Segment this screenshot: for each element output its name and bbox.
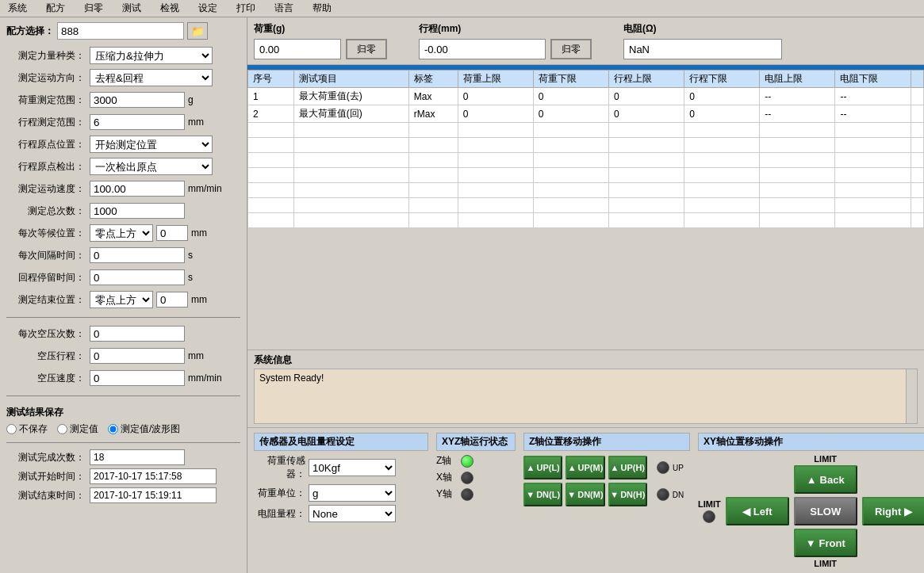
limit-left-container: LIMIT	[698, 499, 721, 523]
empty-press-row: 每次空压次数：	[6, 324, 240, 343]
end-pos-select[interactable]: 零点上方	[90, 291, 153, 308]
right-btn-label: Right	[875, 506, 901, 518]
stroke-metric: 行程(mm) -0.00 归零	[419, 22, 592, 59]
left-btn-label: Left	[753, 506, 773, 518]
stroke-zero-button[interactable]: 归零	[550, 39, 592, 59]
arrow-right-icon	[904, 506, 912, 518]
end-pos-unit: mm	[191, 294, 207, 305]
wait-pos-label: 每次等候位置：	[6, 227, 90, 240]
force-value: 0.00	[254, 39, 341, 59]
wait-pos-select[interactable]: 零点上方	[90, 224, 153, 242]
force-type-label: 测定力量种类：	[6, 49, 90, 63]
empty-stroke-label: 空压行程：	[6, 350, 90, 363]
table-cell: Max	[408, 88, 458, 105]
save-option-value[interactable]: 测定值	[57, 422, 98, 436]
menu-help[interactable]: 帮助	[308, 0, 336, 17]
menu-settings[interactable]: 设定	[194, 0, 222, 17]
origin-pos-select[interactable]: 开始测定位置	[90, 136, 213, 153]
xy-move-title: XY轴位置移动操作	[698, 433, 924, 451]
z-dn-l-button[interactable]: DN(L)	[523, 483, 562, 506]
z-up-m-button[interactable]: UP(M)	[566, 456, 604, 479]
menu-test[interactable]: 测试	[117, 0, 146, 17]
empty-press-label: 每次空压次数：	[6, 327, 90, 341]
x-axis-row: X轴	[436, 471, 516, 484]
force-zero-button[interactable]: 归零	[346, 39, 387, 59]
table-cell: --	[760, 105, 835, 123]
resistance-range-select[interactable]: None	[309, 505, 396, 522]
arrow-up-icon	[611, 463, 619, 472]
end-time-label: 测试结束时间：	[6, 489, 90, 502]
motion-dir-label: 测定运动方向：	[6, 71, 90, 85]
force-unit-row: 荷重单位： g	[254, 484, 428, 502]
y-axis-row: Y轴	[436, 487, 516, 501]
table-cell: 0	[533, 105, 608, 123]
save-option-waveform[interactable]: 测定值/波形图	[108, 422, 180, 436]
empty-press-input[interactable]	[90, 326, 185, 342]
back-btn-label: Back	[820, 474, 845, 486]
wait-pos-value-input[interactable]	[156, 225, 188, 241]
table-row: 1最大荷重值(去)Max0000----	[248, 88, 924, 105]
z-up-l-button[interactable]: UP(L)	[523, 456, 562, 479]
stroke-range-label: 行程测定范围：	[6, 116, 90, 129]
empty-stroke-input[interactable]	[90, 348, 185, 364]
left-button[interactable]: Left	[726, 497, 789, 525]
menu-language[interactable]: 语言	[270, 0, 298, 17]
right-button[interactable]: Right	[862, 497, 924, 525]
menu-zero[interactable]: 归零	[79, 0, 108, 17]
end-pos-label: 测定结束位置：	[6, 293, 90, 307]
table-wrapper[interactable]: 序号 测试项目 标签 荷重上限 荷重下限 行程上限 行程下限 电阻上限 电阻下限	[247, 70, 924, 228]
front-button[interactable]: Front	[794, 529, 857, 557]
end-time-value: 2017-10-17 15:19:11	[90, 487, 217, 503]
stroke-range-input[interactable]	[90, 114, 185, 130]
interval-row: 每次间隔时间： s	[6, 246, 240, 265]
start-time-row: 测试开始时间： 2017-10-17 15:17:58	[6, 468, 240, 484]
save-title: 测试结果保存	[6, 406, 240, 419]
force-unit-select[interactable]: g	[309, 484, 396, 502]
table-cell: 0	[684, 105, 760, 123]
y-axis-label: Y轴	[436, 487, 456, 501]
complete-count-value: 18	[90, 449, 185, 465]
recipe-label: 配方选择：	[6, 25, 54, 38]
table-cell: 最大荷重值(回)	[293, 105, 408, 123]
force-sensor-row: 荷重传感器： 10Kgf	[254, 454, 428, 481]
table-row-empty	[248, 183, 924, 198]
motion-dir-select[interactable]: 去程&回程	[90, 69, 213, 86]
z-dn-h-button[interactable]: DN(H)	[608, 483, 647, 506]
sysinfo-scrollbar[interactable]	[906, 369, 917, 423]
total-count-input[interactable]	[90, 203, 185, 219]
force-unit-label: 荷重单位：	[254, 487, 305, 500]
force-sensor-select[interactable]: 10Kgf	[309, 459, 396, 476]
arrow-down-icon	[610, 490, 619, 499]
z-axis-led	[461, 455, 474, 468]
slow-button[interactable]: SLOW	[794, 497, 857, 525]
table-cell: 2	[248, 105, 294, 123]
arrow-up-icon	[527, 463, 535, 472]
save-option-none[interactable]: 不保存	[6, 422, 48, 436]
interval-input[interactable]	[90, 247, 185, 263]
recipe-input[interactable]	[57, 22, 184, 40]
col-scroll	[911, 71, 923, 88]
table-row-empty	[248, 168, 924, 183]
force-range-input[interactable]	[90, 92, 185, 108]
arrow-up-icon	[568, 463, 577, 472]
metrics-row: 荷重(g) 0.00 归零 行程(mm) -0.00 归零 电阻(Ω) NaN	[247, 17, 924, 65]
z-dn-m-button[interactable]: DN(M)	[566, 483, 604, 506]
return-stop-input[interactable]	[90, 269, 185, 285]
z-up-h-button[interactable]: UP(H)	[608, 456, 647, 479]
menu-system[interactable]: 系统	[3, 0, 32, 17]
menu-inspect[interactable]: 检视	[155, 0, 184, 17]
menu-print[interactable]: 打印	[232, 0, 260, 17]
xyz-title: XYZ轴运行状态	[436, 433, 516, 451]
col-force-upper: 荷重上限	[458, 71, 533, 88]
recipe-browse-button[interactable]: 📁	[187, 22, 208, 40]
origin-detect-select[interactable]: 一次检出原点	[90, 158, 213, 175]
empty-speed-input[interactable]	[90, 370, 185, 386]
resistance-title: 电阻(Ω)	[623, 22, 782, 36]
menu-recipe[interactable]: 配方	[41, 0, 70, 17]
force-type-select[interactable]: 压缩力&拉伸力	[90, 47, 213, 64]
slow-btn-label: SLOW	[810, 506, 841, 518]
speed-input[interactable]	[90, 181, 185, 197]
y-axis-led	[461, 488, 474, 501]
end-pos-value-input[interactable]	[156, 292, 188, 308]
back-button[interactable]: Back	[794, 465, 857, 494]
